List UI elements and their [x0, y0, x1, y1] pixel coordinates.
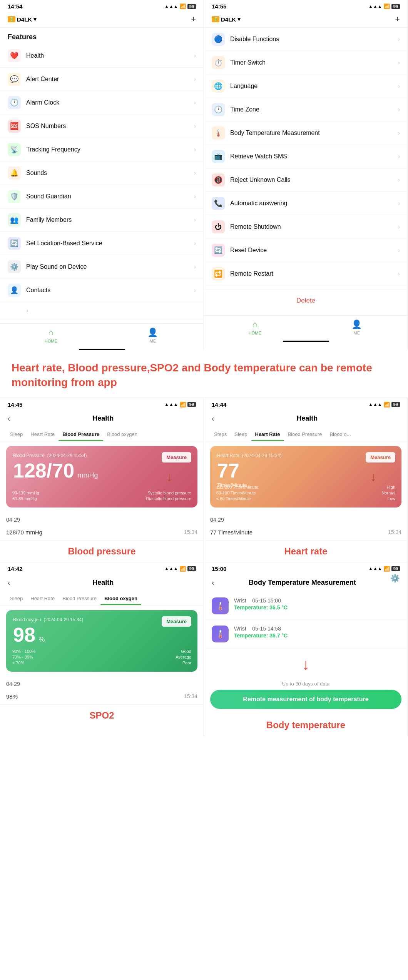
- hr-arrow-icon: ↓: [370, 469, 376, 484]
- tab-sleep-bp[interactable]: Sleep: [6, 428, 27, 441]
- spo2-record: 98% 15:34: [0, 689, 204, 705]
- tab-home-1[interactable]: ⌂ HOME: [0, 328, 102, 343]
- tab-blood-pressure-spo2[interactable]: Blood Pressure: [59, 592, 100, 605]
- retrieve-sms-label: Retrieve Watch SMS: [230, 153, 398, 160]
- menu-item-body-temp[interactable]: 🌡️ Body Temperature Measurement ›: [204, 121, 408, 145]
- tab-blood-pressure[interactable]: Blood Pressure: [59, 428, 103, 441]
- menu-item-set-location[interactable]: 🔄 Set Location-Based Service ›: [0, 232, 204, 255]
- hr-range-high-label: High: [382, 485, 395, 489]
- tab-blood-pressure-hr[interactable]: Blood Pressure: [284, 428, 326, 441]
- tab-me-2[interactable]: 👤 ME: [306, 319, 408, 335]
- menu-item-tracking-freq[interactable]: 📡 Tracking Frequency ›: [0, 138, 204, 161]
- hr-screen-label: Heart rate: [204, 541, 408, 562]
- bp-range-diastolic-val: 60-89 mmHg: [12, 496, 39, 501]
- menu-item-disable-functions[interactable]: 🔵 Disable Functions ›: [204, 28, 408, 51]
- temp-details-2: Wrist 05-15 14:58 Temperature: 36.7 °C: [234, 626, 288, 639]
- spo2-status-icons: ▲▲▲ 📶 99: [164, 566, 196, 572]
- remote-measure-button[interactable]: Remote measurement of body temperature: [210, 690, 401, 709]
- reject-calls-chevron: ›: [398, 176, 400, 183]
- menu-item-reset-device[interactable]: 🔄 Reset Device ›: [204, 239, 408, 262]
- add-button-1[interactable]: +: [191, 14, 196, 24]
- menu-item-play-sound[interactable]: ⚙️ Play Sound on Device ›: [0, 255, 204, 279]
- menu-item-reject-calls[interactable]: 📵 Reject Unknown Calls ›: [204, 168, 408, 192]
- menu-item-family-members[interactable]: 👥 Family Members ›: [0, 208, 204, 232]
- menu-item-auto-answer[interactable]: 📞 Automatic answering ›: [204, 192, 408, 215]
- me-label-2: ME: [354, 331, 360, 335]
- bp-status-bar: 14:45 ▲▲▲ 📶 99: [0, 398, 204, 409]
- bp-back-button[interactable]: ‹: [8, 414, 10, 423]
- menu-item-alert-center[interactable]: 💬 Alert Center ›: [0, 68, 204, 91]
- tab-sleep-hr[interactable]: Sleep: [231, 428, 251, 441]
- bp-card-date-val: (2024-04-29 15:34): [47, 453, 87, 458]
- timer-chevron: ›: [398, 59, 400, 66]
- temp-gear-icon[interactable]: ⚙️: [390, 574, 400, 583]
- tab-blood-oxygen-active[interactable]: Blood oxygen: [100, 592, 141, 605]
- hr-battery: 99: [391, 402, 400, 407]
- spo2-measure-button[interactable]: Measure: [162, 616, 191, 627]
- bp-unit: mmHg: [78, 471, 98, 479]
- features-label: Features: [0, 28, 204, 44]
- set-location-chevron: ›: [194, 240, 196, 247]
- time-zone-chevron: ›: [398, 106, 400, 113]
- sounds-chevron: ›: [194, 170, 196, 176]
- menu-item-contacts[interactable]: 👤 Contacts ›: [0, 279, 204, 302]
- spo2-back-button[interactable]: ‹: [8, 578, 10, 587]
- sos-chevron: ›: [194, 123, 196, 130]
- tab-me-1[interactable]: 👤 ME: [102, 328, 204, 343]
- menu-item-sound-guardian[interactable]: 🛡️ Sound Guardian ›: [0, 185, 204, 208]
- add-button-2[interactable]: +: [395, 14, 400, 24]
- health-icon: ❤️: [8, 49, 21, 62]
- tab-sleep-spo2[interactable]: Sleep: [6, 592, 27, 605]
- delete-button[interactable]: Delete: [204, 290, 408, 311]
- bp-measure-button[interactable]: Measure: [162, 452, 191, 463]
- menu-item-extra-chevron[interactable]: ›: [0, 302, 204, 319]
- menu-item-timer-switch[interactable]: ⏱️ Timer Switch ›: [204, 51, 408, 75]
- temp-type-1: Wrist 05-15 15:00: [234, 597, 288, 604]
- menu-item-alarm-clock[interactable]: 🕐 Alarm Clock ›: [0, 91, 204, 115]
- spo2-range-labels: Good Average Poor: [176, 649, 191, 666]
- tab-underline-1: [79, 349, 125, 350]
- menu-item-health[interactable]: ❤️ Health ›: [0, 44, 204, 68]
- menu-item-remote-shutdown[interactable]: ⏻ Remote Shutdown ›: [204, 215, 408, 239]
- tab-steps-hr[interactable]: Steps: [210, 428, 231, 441]
- wifi-icon-1: 📶: [180, 3, 186, 9]
- tab-blood-oxygen-bp[interactable]: Blood oxygen: [103, 428, 141, 441]
- menu-item-language[interactable]: 🌐 Language ›: [204, 75, 408, 98]
- alert-center-label: Alert Center: [26, 76, 194, 83]
- tracking-icon: 📡: [8, 143, 21, 156]
- alert-center-chevron: ›: [194, 76, 196, 83]
- bp-status-icons: ▲▲▲ 📶 99: [164, 402, 196, 408]
- contacts-icon: 👤: [8, 284, 21, 297]
- menu-item-remote-restart[interactable]: 🔁 Remote Restart ›: [204, 262, 408, 286]
- bp-arrow-icon: ↓: [166, 469, 172, 484]
- temp-icon-2: 🌡️: [212, 626, 229, 642]
- bp-range-labels: Systolic blood pressure Diastolic blood …: [146, 491, 191, 502]
- hr-time: 14:44: [212, 401, 226, 408]
- menu-item-sounds[interactable]: 🔔 Sounds ›: [0, 161, 204, 185]
- tab-home-2[interactable]: ⌂ HOME: [204, 319, 306, 335]
- menu-item-retrieve-sms[interactable]: 📺 Retrieve Watch SMS ›: [204, 145, 408, 168]
- hr-measure-button[interactable]: Measure: [366, 452, 395, 463]
- tab-heart-rate-active[interactable]: Heart Rate: [251, 428, 284, 441]
- tab-underline-2: [283, 341, 329, 342]
- hr-card-label: Heart Rate: [217, 453, 239, 458]
- menu-item-sos-numbers[interactable]: 🆘 SOS Numbers ›: [0, 115, 204, 138]
- tab-blood-oxygen-hr[interactable]: Blood o...: [326, 428, 354, 441]
- bp-record-value: 128/70 mmHg: [6, 529, 42, 536]
- tab-heart-rate-spo2[interactable]: Heart Rate: [27, 592, 59, 605]
- language-chevron: ›: [398, 83, 400, 90]
- tab-bar-2: ⌂ HOME 👤 ME: [204, 315, 408, 338]
- reset-device-chevron: ›: [398, 247, 400, 254]
- family-members-chevron: ›: [194, 216, 196, 223]
- tab-heart-rate-bp[interactable]: Heart Rate: [27, 428, 59, 441]
- hr-back-button[interactable]: ‹: [212, 414, 214, 423]
- device-name-1: 🔋 D4LK ▾: [8, 16, 37, 23]
- spo2-battery: 99: [187, 566, 196, 571]
- temp-value-1: Temperature: 36.5 °C: [234, 604, 288, 611]
- menu-item-time-zone[interactable]: 🕐 Time Zone ›: [204, 98, 408, 121]
- status-bar-1: 14:54 ▲▲▲ 📶 99: [0, 0, 204, 11]
- bp-screen-label: Blood pressure: [0, 541, 204, 562]
- signal-icon-2: ▲▲▲: [368, 4, 382, 9]
- temp-back-button[interactable]: ‹: [212, 578, 214, 587]
- spo2-date-label: 04-29: [0, 676, 204, 689]
